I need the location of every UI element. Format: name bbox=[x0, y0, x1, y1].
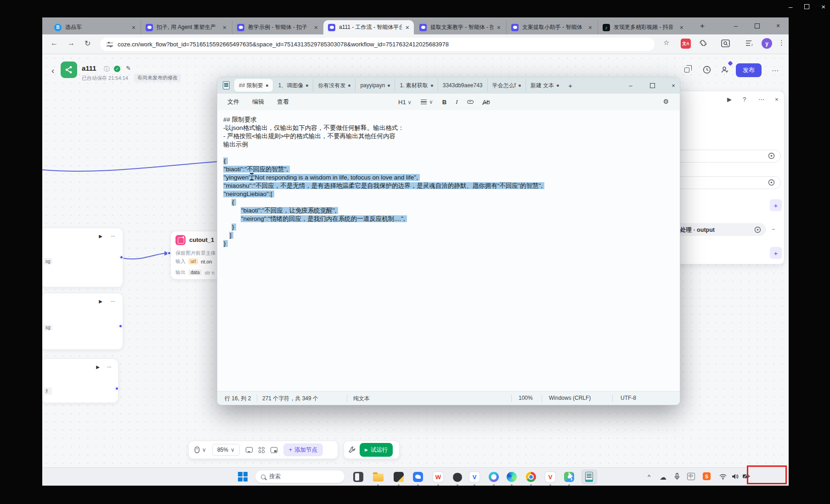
connector-dot[interactable] bbox=[167, 251, 171, 255]
notepad-minimize-button[interactable]: – bbox=[621, 79, 640, 92]
heading-dropdown[interactable]: H1 ∨ bbox=[398, 99, 412, 106]
connector-dot[interactable] bbox=[119, 255, 124, 259]
taskbar-search[interactable]: 搜索 bbox=[255, 470, 344, 483]
browser-tab-jiaoxue[interactable]: 教学示例 - 智能体 - 扣子 × bbox=[232, 20, 322, 34]
reload-icon[interactable]: ↻ bbox=[85, 39, 90, 48]
edge-browser-icon[interactable] bbox=[506, 471, 518, 483]
start-button[interactable] bbox=[238, 472, 248, 482]
chrome-browser-icon[interactable] bbox=[525, 471, 537, 483]
frame-close-button[interactable]: × bbox=[821, 3, 825, 11]
edit-icon[interactable]: ✎ bbox=[126, 65, 131, 72]
encoding[interactable]: UTF-8 bbox=[621, 395, 636, 401]
browser-restore-button[interactable] bbox=[748, 19, 766, 32]
taskbar-app-dark-icon[interactable] bbox=[352, 471, 364, 483]
target-icon[interactable] bbox=[768, 152, 775, 159]
notepad-tab[interactable]: 1. 素材获取 bbox=[395, 79, 437, 92]
ime-indicator[interactable]: 中 bbox=[687, 473, 695, 480]
node-more-icon[interactable]: ⋯ bbox=[111, 234, 115, 239]
add-field-button[interactable]: + bbox=[770, 199, 782, 211]
wps-office-icon[interactable]: W bbox=[432, 471, 444, 483]
microphone-icon[interactable] bbox=[674, 473, 680, 480]
notepad-tab[interactable]: 新建 文本 bbox=[525, 79, 564, 92]
forward-icon[interactable]: → bbox=[68, 39, 75, 47]
browser-tab-douyin[interactable]: ♪ 发现更多精彩视频 - 抖音 × bbox=[598, 20, 688, 34]
tab-close-icon[interactable]: × bbox=[588, 24, 592, 31]
tab-close-icon[interactable]: × bbox=[497, 24, 501, 31]
workflow-node-card[interactable]: ▶ ⋯ sg bbox=[42, 228, 123, 287]
notepad-tab-active[interactable]: ## 限制要 bbox=[234, 79, 273, 92]
tab-close-icon[interactable]: × bbox=[132, 24, 136, 31]
menu-edit[interactable]: 编辑 bbox=[252, 98, 264, 106]
onedrive-cloud-icon[interactable]: ☁ bbox=[660, 473, 666, 482]
notepad-taskbar-active[interactable] bbox=[582, 470, 597, 484]
cat-app-icon[interactable] bbox=[452, 471, 463, 483]
collaborators-icon[interactable] bbox=[721, 66, 729, 73]
duplicate-icon[interactable] bbox=[684, 67, 689, 73]
frame-maximize-button[interactable] bbox=[804, 4, 809, 9]
sogou-input-icon[interactable]: S bbox=[703, 472, 711, 480]
notepad-tab[interactable]: 学会怎么f bbox=[487, 79, 525, 92]
line-ending[interactable]: Windows (CRLF) bbox=[549, 395, 591, 401]
frame-minimize-button[interactable]: – bbox=[789, 3, 792, 11]
target-icon[interactable] bbox=[768, 179, 775, 186]
translate-extension-icon[interactable]: 文A bbox=[681, 39, 691, 49]
browser-tab-xuanpinche[interactable]: B 选品车 × bbox=[50, 20, 140, 34]
bold-button[interactable]: B bbox=[442, 99, 446, 106]
notepad-tab[interactable]: 1、调图像 bbox=[274, 79, 313, 92]
node-more-icon[interactable]: ⋯ bbox=[107, 364, 112, 370]
profile-avatar[interactable]: y bbox=[762, 38, 772, 49]
menu-view[interactable]: 查看 bbox=[277, 98, 289, 106]
browser-tab-xiaozhushou[interactable]: 文案提取小助手 - 智能体 × bbox=[506, 20, 597, 34]
workflow-more-icon[interactable]: ⋯ bbox=[772, 67, 779, 75]
pointer-mode-chevron-icon[interactable]: ∨ bbox=[202, 447, 206, 453]
back-icon[interactable]: ← bbox=[51, 39, 58, 47]
zoom-level-dropdown[interactable]: 85% ∨ bbox=[212, 444, 240, 456]
workflow-node-card[interactable]: ▶ ⋯ sg bbox=[42, 293, 123, 350]
zoom-level[interactable]: 100% bbox=[519, 395, 533, 401]
clear-format-icon[interactable]: Ab bbox=[483, 99, 490, 106]
add-field-button[interactable]: + bbox=[770, 247, 782, 259]
pointer-mode-icon[interactable] bbox=[194, 446, 200, 454]
chat-app-icon[interactable] bbox=[488, 471, 500, 483]
italic-button[interactable]: I bbox=[456, 98, 457, 106]
file-explorer-icon[interactable] bbox=[372, 471, 384, 483]
comment-icon[interactable] bbox=[246, 447, 253, 453]
wrench-icon[interactable] bbox=[348, 446, 356, 454]
connector-dot[interactable] bbox=[119, 324, 123, 328]
sticky-notes-icon[interactable] bbox=[393, 471, 405, 483]
tab-close-icon[interactable]: × bbox=[314, 24, 318, 31]
notepad-tab[interactable]: 你有没有发 bbox=[313, 79, 355, 92]
notepad-tab[interactable]: 3343db9aee743 bbox=[438, 79, 487, 92]
list-dropdown[interactable]: ∨ bbox=[421, 99, 433, 105]
publish-button[interactable]: 发布 bbox=[736, 63, 762, 77]
media-list-icon[interactable]: ♪ bbox=[745, 39, 754, 47]
tab-close-icon[interactable]: × bbox=[406, 24, 409, 31]
browser-tab-tiqu[interactable]: 提取文案教学 - 智能体 - 扣 × bbox=[415, 20, 505, 34]
target-icon[interactable] bbox=[754, 226, 761, 233]
node-run-icon[interactable]: ▶ bbox=[99, 299, 102, 304]
panel-close-icon[interactable]: × bbox=[775, 96, 779, 103]
connector-dot[interactable] bbox=[115, 386, 119, 391]
search-panel-icon[interactable] bbox=[721, 39, 730, 47]
minimap-icon[interactable] bbox=[271, 447, 277, 453]
notepad-close-button[interactable]: × bbox=[664, 79, 680, 92]
browser-minimize-button[interactable]: – bbox=[727, 19, 745, 32]
remove-field-icon[interactable]: − bbox=[772, 226, 775, 233]
auto-layout-icon[interactable] bbox=[259, 447, 265, 453]
workflow-node-card[interactable]: ▶ ⋯ 纟 bbox=[42, 358, 119, 403]
history-clock-icon[interactable] bbox=[703, 66, 711, 74]
workflow-back-icon[interactable]: ‹ bbox=[51, 66, 54, 76]
volume-icon[interactable] bbox=[732, 473, 739, 480]
panel-run-icon[interactable]: ▶ bbox=[727, 96, 732, 103]
v-red-app-icon[interactable]: V bbox=[544, 471, 556, 483]
bird-app-icon[interactable] bbox=[412, 471, 424, 483]
tab-close-icon[interactable]: × bbox=[223, 24, 226, 31]
v-app-icon[interactable]: V bbox=[469, 471, 480, 483]
notepad-maximize-button[interactable] bbox=[643, 79, 662, 92]
address-bar[interactable]: coze.cn/work_flow?bot_id=751651559266549… bbox=[100, 38, 655, 51]
tray-expand-icon[interactable]: ^ bbox=[648, 473, 650, 480]
wifi-icon[interactable] bbox=[719, 474, 727, 480]
browser-menu-icon[interactable]: ⋮ bbox=[778, 39, 785, 47]
notepad-text-area[interactable]: ## 限制要求 -以json格式输出，仅输出如下内容，不要做任何解释。输出格式：… bbox=[217, 110, 680, 391]
add-node-button[interactable]: + 添加节点 bbox=[283, 443, 323, 456]
